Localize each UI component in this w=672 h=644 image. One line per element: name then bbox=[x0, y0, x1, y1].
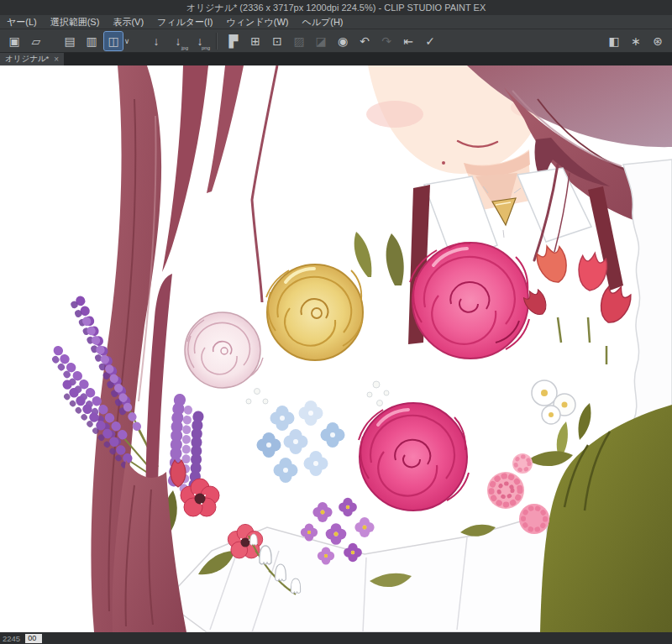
tone-icon[interactable]: ◧ bbox=[605, 32, 623, 50]
flip-view-icon[interactable]: ⇤ bbox=[399, 32, 417, 50]
deselect-icon[interactable]: ▨ bbox=[290, 32, 308, 50]
menu-view[interactable]: 表示(V) bbox=[106, 16, 150, 29]
menu-layer[interactable]: ヤー(L) bbox=[0, 16, 44, 29]
open-folder-icon[interactable]: ▱ bbox=[27, 32, 45, 50]
statusbar: 2245 00 bbox=[0, 632, 672, 644]
gold-brooch bbox=[492, 198, 516, 225]
color-mixing-icon[interactable]: ◉ bbox=[333, 32, 352, 50]
crop-icon[interactable]: ▛ bbox=[224, 32, 243, 50]
window-title: オリジナル* (2336 x 3717px 1200dpi 224.5%) - … bbox=[186, 2, 486, 14]
save-options-chevron-icon[interactable]: ∨ bbox=[122, 32, 132, 50]
export-png-icon[interactable]: ↓png bbox=[191, 32, 209, 50]
toolbar-separator bbox=[216, 33, 218, 50]
status-field[interactable]: 00 bbox=[25, 634, 42, 643]
auto-select-icon[interactable]: ⊛ bbox=[648, 32, 667, 50]
status-value: 2245 bbox=[3, 634, 20, 643]
open-document-icon[interactable]: ▥ bbox=[82, 32, 101, 50]
flower-anemones bbox=[171, 460, 263, 558]
menu-select[interactable]: 選択範囲(S) bbox=[44, 16, 107, 29]
undo-icon[interactable]: ↶ bbox=[355, 32, 374, 50]
flower-white-blossoms bbox=[532, 380, 575, 424]
tab-close-icon[interactable]: × bbox=[54, 55, 59, 64]
canvas-size-icon[interactable]: ⊞ bbox=[246, 32, 265, 50]
babies-breath bbox=[246, 381, 389, 406]
green-wrap bbox=[540, 403, 672, 632]
tabbar: オリジナル* × bbox=[0, 53, 672, 65]
flower-yellow-rose bbox=[266, 264, 363, 360]
gradient-icon[interactable]: ◪ bbox=[312, 32, 330, 50]
menubar: ヤー(L)選択範囲(S)表示(V)フィルター(I)ウィンドウ(W)ヘルプ(H) bbox=[0, 15, 672, 29]
tablet-icon[interactable]: ▣ bbox=[5, 32, 24, 50]
flower-pale-rose bbox=[185, 312, 263, 388]
menu-window[interactable]: ウィンドウ(W) bbox=[219, 16, 295, 29]
document-tab-label: オリジナル* bbox=[5, 54, 49, 65]
document-tab[interactable]: オリジナル* × bbox=[0, 53, 64, 65]
export-jpg-icon[interactable]: ↓jpg bbox=[169, 32, 187, 50]
toolbar: ▣▱▤▥◫∨↓↓jpg↓png▛⊞⊡▨◪◉↶↷⇤✓◧∗⊛ bbox=[0, 29, 672, 53]
flower-hydrangea bbox=[257, 401, 345, 483]
save-icon[interactable]: ◫ bbox=[104, 32, 123, 50]
new-document-icon[interactable]: ▤ bbox=[60, 32, 79, 50]
image-resolution-icon[interactable]: ⊡ bbox=[268, 32, 286, 50]
canvas-area[interactable] bbox=[0, 65, 672, 632]
snap-check-icon[interactable]: ✓ bbox=[421, 32, 439, 50]
flower-pink-rose-top bbox=[410, 243, 529, 359]
window-titlebar: オリジナル* (2336 x 3717px 1200dpi 224.5%) - … bbox=[0, 0, 672, 15]
select-wand-icon[interactable]: ∗ bbox=[627, 32, 645, 50]
menu-help[interactable]: ヘルプ(H) bbox=[295, 16, 349, 29]
canvas-illustration[interactable] bbox=[0, 65, 672, 632]
redo-icon[interactable]: ↷ bbox=[377, 32, 396, 50]
menu-filter[interactable]: フィルター(I) bbox=[150, 16, 219, 29]
export-icon[interactable]: ↓ bbox=[147, 32, 165, 50]
flower-pink-rose-center bbox=[359, 403, 469, 510]
